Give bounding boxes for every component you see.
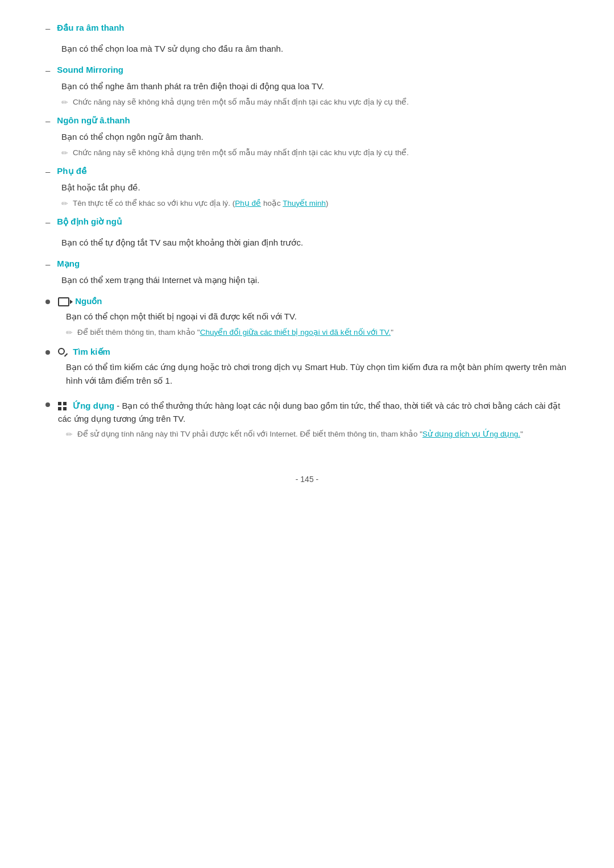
bullet-title-tim-kiem: Tìm kiếm	[73, 347, 110, 356]
apps-cell-icon	[58, 402, 61, 405]
dash-item-sound-mirroring: – Sound Mirroring	[45, 65, 569, 75]
pencil-icon: ✏	[61, 98, 68, 107]
dash-item-bo-dinh-gio: – Bộ định giờ ngủ	[45, 217, 569, 227]
bullet-dot-nguon	[45, 300, 50, 304]
apps-icon	[58, 402, 67, 411]
note-row-sound-mirroring: ✏ Chức năng này sẽ không khả dụng trên m…	[61, 97, 569, 109]
dash-item-dau-ra-am-thanh: – Đầu ra âm thanh	[45, 23, 569, 33]
item-body-sound-mirroring: Bạn có thể nghe âm thanh phát ra trên đi…	[61, 80, 569, 93]
apps-cell-icon	[63, 402, 67, 405]
dash-symbol: –	[45, 65, 50, 75]
source-arrow-icon	[70, 300, 73, 304]
pencil-icon: ✏	[61, 199, 68, 208]
dash-symbol: –	[45, 217, 50, 227]
item-title-mang: Mạng	[57, 259, 80, 269]
link-su-dung-dv[interactable]: Sử dụng dịch vụ Ứng dụng.	[422, 430, 520, 438]
note-text-phu-de: Tên thực tế có thể khác so với khu vực đ…	[73, 198, 328, 210]
search-handle-icon	[64, 353, 68, 356]
item-title-phu-de: Phụ đề	[57, 166, 86, 176]
bullet-note-nguon: ✏ Để biết thêm thông tin, tham khảo "Chu…	[66, 327, 569, 339]
bullet-body-nguon: Bạn có thể chọn một thiết bị ngoại vi đã…	[66, 310, 569, 323]
item-body-phu-de: Bật hoặc tắt phụ đề.	[61, 181, 569, 194]
ung-dung-title-row: Ứng dụng - Bạn có thể thưởng thức hàng l…	[58, 399, 569, 426]
bullet-note-ung-dung: ✏ Để sử dụng tính năng này thì TV phải đ…	[66, 429, 569, 441]
note-row-phu-de: ✏ Tên thực tế có thể khác so với khu vực…	[61, 198, 569, 210]
dash-symbol: –	[45, 23, 50, 33]
item-body-dau-ra: Bạn có thể chọn loa mà TV sử dụng cho đầ…	[61, 42, 569, 56]
search-circle-icon	[58, 348, 65, 355]
bullet-title-ung-dung: Ứng dụng	[73, 401, 114, 410]
dash-symbol: –	[45, 116, 50, 126]
note-text-ung-dung: Để sử dụng tính năng này thì TV phải đượ…	[77, 429, 523, 441]
search-icon	[58, 348, 67, 357]
item-body-mang: Bạn có thể xem trạng thái Internet và mạ…	[61, 273, 569, 287]
page-number: - 145 -	[45, 475, 569, 484]
dash-symbol: –	[45, 259, 50, 269]
item-title-bo-dinh-gio: Bộ định giờ ngủ	[57, 217, 122, 227]
apps-cell-icon	[58, 407, 61, 410]
apps-cell-icon	[63, 407, 67, 410]
note-text-nguon: Để biết thêm thông tin, tham khảo "Chuyể…	[77, 327, 393, 339]
item-body-bo-dinh-gio: Bạn có thể tự động tắt TV sau một khoảng…	[61, 236, 569, 250]
pencil-icon: ✏	[66, 430, 73, 439]
tim-kiem-title-row: Tìm kiếm	[58, 347, 110, 357]
dash-item-ngon-ngu: – Ngôn ngữ â.thanh	[45, 115, 569, 126]
bullet-dot-tim-kiem	[45, 350, 50, 355]
bullet-title-nguon: Nguồn	[75, 296, 102, 306]
note-text-ngon-ngu: Chức năng này sẽ không khả dụng trên một…	[73, 147, 409, 159]
ung-dung-suffix: - Bạn có thể thưởng thức hàng loạt các n…	[58, 401, 560, 423]
item-title-dau-ra: Đầu ra âm thanh	[57, 23, 124, 33]
note-text-sound-mirroring: Chức năng này sẽ không khả dụng trên một…	[73, 97, 409, 109]
item-title-ngon-ngu: Ngôn ngữ â.thanh	[57, 115, 130, 126]
bullet-section-ung-dung: Ứng dụng - Bạn có thể thưởng thức hàng l…	[45, 399, 569, 426]
nguon-title-row: Nguồn	[58, 296, 102, 306]
item-body-ngon-ngu: Bạn có thể chọn ngôn ngữ âm thanh.	[61, 130, 569, 144]
note-row-ngon-ngu: ✏ Chức năng này sẽ không khả dụng trên m…	[61, 147, 569, 159]
link-thuyet-minh[interactable]: Thuyết minh	[283, 199, 326, 207]
content-area: – Đầu ra âm thanh Bạn có thể chọn loa mà…	[45, 23, 569, 484]
bullet-body-tim-kiem: Bạn có thể tìm kiếm các ứng dụng hoặc tr…	[66, 360, 569, 388]
item-title-sound-mirroring: Sound Mirroring	[57, 65, 123, 74]
dash-symbol: –	[45, 167, 50, 176]
dash-item-mang: – Mạng	[45, 259, 569, 269]
pencil-icon: ✏	[66, 328, 73, 337]
pencil-icon: ✏	[61, 148, 68, 157]
source-icon	[58, 297, 69, 306]
link-chuyen-doi[interactable]: Chuyển đổi giữa các thiết bị ngoại vi đã…	[200, 328, 391, 337]
link-phu-de[interactable]: Phụ đề	[235, 199, 261, 207]
dash-item-phu-de: – Phụ đề	[45, 166, 569, 176]
dash-section: – Đầu ra âm thanh Bạn có thể chọn loa mà…	[45, 23, 569, 287]
bullet-dot-ung-dung	[45, 402, 50, 407]
bullet-section-nguon: Nguồn	[45, 296, 569, 306]
bullet-section-tim-kiem: Tìm kiếm	[45, 347, 569, 357]
